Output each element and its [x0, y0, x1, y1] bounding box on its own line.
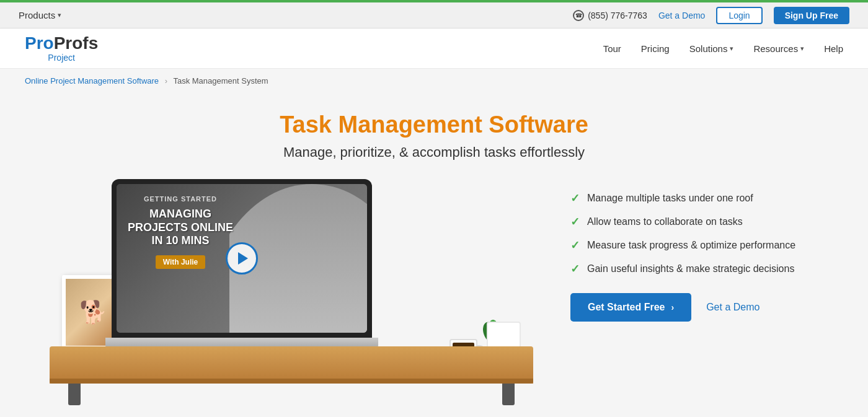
hero-section: Task Management Software Manage, priorit… — [0, 93, 868, 405]
laptop-screen: GETTING STARTED MANAGING PROJECTS ONLINE… — [117, 184, 367, 333]
feature-label-4: Gain useful insights & make strategic de… — [587, 263, 794, 274]
nav-pricing[interactable]: Pricing — [641, 43, 670, 54]
desk-leg-left — [68, 384, 81, 405]
phone-number: (855) 776-7763 — [588, 11, 647, 20]
cta-row: Get Started Free › Get a Demo — [570, 293, 818, 322]
resources-chevron-icon: ▾ — [800, 45, 804, 53]
check-icon-3: ✓ — [570, 239, 580, 252]
nav-solutions[interactable]: Solutions ▾ — [689, 43, 734, 54]
top-get-demo-link[interactable]: Get a Demo — [658, 11, 705, 20]
hero-subtitle: Manage, prioritize, & accomplish tasks e… — [25, 144, 843, 160]
get-started-arrow-icon: › — [671, 302, 674, 312]
nav-help[interactable]: Help — [824, 43, 843, 54]
nav-resources-label: Resources — [753, 43, 798, 54]
breadcrumb-current: Task Management System — [173, 76, 268, 86]
logo-profs: Profs — [54, 33, 99, 53]
feature-item-2: ✓ Allow teams to collaborate on tasks — [570, 215, 818, 229]
video-text-area: GETTING STARTED MANAGING PROJECTS ONLINE… — [128, 195, 233, 269]
desk-scene: 🐕 GETTING STARTED MANAGING PROJECTS ONLI… — [50, 179, 533, 405]
signup-button[interactable]: Sign Up Free — [774, 7, 849, 24]
get-demo-link[interactable]: Get a Demo — [706, 302, 760, 313]
top-bar-left: Products ▾ — [19, 10, 61, 20]
logo: ProProfs Project — [25, 35, 98, 63]
hero-content: 🐕 GETTING STARTED MANAGING PROJECTS ONLI… — [25, 179, 843, 405]
feature-label-2: Allow teams to collaborate on tasks — [587, 216, 743, 227]
nav-tour[interactable]: Tour — [603, 43, 621, 54]
check-icon-2: ✓ — [570, 215, 580, 229]
get-started-label: Get Started Free — [588, 302, 665, 313]
features-panel: ✓ Manage multiple tasks under one roof ✓… — [570, 179, 818, 322]
feature-item-3: ✓ Measure task progress & optimize perfo… — [570, 239, 818, 252]
feature-item-1: ✓ Manage multiple tasks under one roof — [570, 191, 818, 205]
phone-icon: ☎ — [573, 10, 584, 21]
nav-resources[interactable]: Resources ▾ — [753, 43, 804, 54]
breadcrumb: Online Project Management Software › Tas… — [0, 69, 868, 93]
get-started-button[interactable]: Get Started Free › — [570, 293, 691, 322]
logo-pro: Pro — [25, 33, 54, 53]
video-title-line2: PROJECTS ONLINE — [128, 221, 233, 235]
check-icon-4: ✓ — [570, 262, 580, 276]
logo-project: Project — [25, 53, 98, 63]
hero-title: Task Management Software — [25, 112, 843, 138]
video-title-line3: IN 10 MINS — [128, 234, 233, 248]
breadcrumb-parent-link[interactable]: Online Project Management Software — [25, 76, 159, 86]
desk-surface — [50, 346, 533, 384]
desk-legs — [50, 384, 533, 405]
solutions-chevron-icon: ▾ — [730, 45, 733, 53]
video-title-line1: MANAGING — [128, 208, 233, 221]
nav-links: Tour Pricing Solutions ▾ Resources ▾ Hel… — [603, 43, 843, 54]
main-nav: ProProfs Project Tour Pricing Solutions … — [0, 29, 868, 69]
feature-item-4: ✓ Gain useful insights & make strategic … — [570, 262, 818, 276]
play-button[interactable] — [226, 242, 258, 274]
feature-label-1: Manage multiple tasks under one roof — [587, 193, 753, 204]
video-getting-started-label: GETTING STARTED — [128, 195, 233, 203]
nav-solutions-label: Solutions — [689, 43, 728, 54]
breadcrumb-separator: › — [165, 76, 167, 86]
top-bar-right: ☎ (855) 776-7763 Get a Demo Login Sign U… — [573, 7, 849, 24]
play-icon — [238, 252, 248, 265]
login-button[interactable]: Login — [716, 7, 762, 24]
top-bar: Products ▾ ☎ (855) 776-7763 Get a Demo L… — [0, 2, 868, 29]
laptop: GETTING STARTED MANAGING PROJECTS ONLINE… — [112, 179, 372, 353]
feature-label-3: Measure task progress & optimize perform… — [587, 240, 795, 251]
desk-leg-right — [502, 384, 515, 405]
laptop-screen-outer: GETTING STARTED MANAGING PROJECTS ONLINE… — [112, 179, 372, 338]
phone-area: ☎ (855) 776-7763 — [573, 10, 647, 21]
video-title: MANAGING PROJECTS ONLINE IN 10 MINS — [128, 208, 233, 248]
check-icon-1: ✓ — [570, 191, 580, 205]
products-button[interactable]: Products ▾ — [19, 10, 61, 20]
products-label: Products — [19, 10, 55, 20]
video-with-badge: With Julie — [156, 255, 206, 269]
logo-text: ProProfs — [25, 35, 98, 52]
products-chevron-icon: ▾ — [58, 11, 61, 19]
